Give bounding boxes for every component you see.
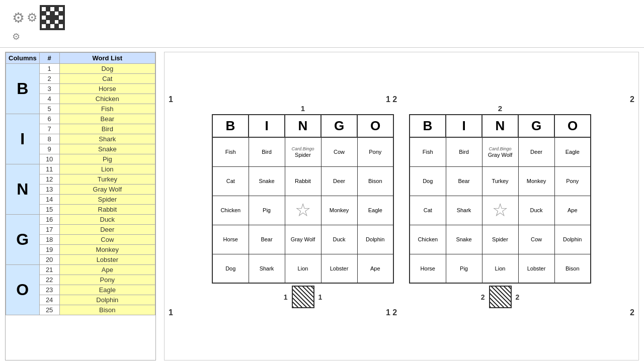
bingo-cell-r4-c0: Dog: [212, 254, 249, 283]
row-num-18: 18: [39, 235, 59, 245]
bingo-cell-r0-c2: Card.BingoSpider: [285, 137, 321, 166]
bingo-header-G: G: [518, 115, 554, 137]
bingo-cell-r1-c1: Bear: [446, 166, 482, 196]
row-word-9: Snake: [59, 144, 155, 154]
bingo-cell-r4-c1: Pig: [446, 254, 482, 283]
row-num-8: 8: [39, 134, 59, 144]
col-label-i: I: [6, 114, 40, 164]
bingo-cell-r0-c4: Eagle: [554, 137, 591, 166]
bingo-header-I: I: [446, 115, 482, 137]
bingo-cell-r3-c4: Dolphin: [357, 225, 393, 254]
bingo-header-G: G: [321, 115, 357, 137]
header: ⚙ ⚙ ⚙: [0, 0, 644, 48]
col-header-wordlist: Word List: [59, 53, 155, 64]
outer-bot-left-1: 1: [169, 308, 173, 317]
card2-top-num: 2: [498, 104, 502, 113]
bingo-cell-r1-c4: Pony: [554, 166, 591, 196]
col-label-o: O: [6, 265, 40, 315]
bingo-cell-r0-c0: Fish: [212, 137, 249, 166]
row-num-16: 16: [39, 215, 59, 225]
bingo-cell-r4-c3: Lobster: [321, 254, 357, 283]
row-word-1: Dog: [59, 64, 155, 74]
row-num-20: 20: [39, 255, 59, 265]
row-num-3: 3: [39, 84, 59, 94]
row-num-2: 2: [39, 74, 59, 84]
bingo-cell-r2-c2: ☆: [482, 196, 518, 225]
bingo-cell-r2-c4: Ape: [554, 196, 591, 225]
outer-bot-right-2: 2: [630, 308, 634, 317]
row-word-13: Gray Wolf: [59, 185, 155, 195]
bingo-header-O: O: [554, 115, 591, 137]
bingo-cell-r0-c1: Bird: [446, 137, 482, 166]
row-num-6: 6: [39, 114, 59, 124]
row-num-17: 17: [39, 225, 59, 235]
row-num-4: 4: [39, 94, 59, 104]
outer-top-right-2: 2: [630, 95, 634, 104]
bingo-cell-r1-c1: Snake: [249, 166, 285, 196]
bingo-cell-r0-c0: Fish: [410, 137, 446, 166]
bingo-cell-r2-c2: ☆: [285, 196, 321, 225]
row-word-14: Spider: [59, 195, 155, 205]
outer-bot-mid: 1 2: [386, 308, 397, 317]
row-num-1: 1: [39, 64, 59, 74]
logo-area: ⚙ ⚙ ⚙: [10, 5, 121, 42]
row-num-12: 12: [39, 174, 59, 185]
row-word-18: Cow: [59, 235, 155, 245]
col-label-b: B: [6, 64, 40, 114]
row-word-2: Cat: [59, 74, 155, 84]
col-header-columns: Columns: [6, 53, 40, 64]
row-num-23: 23: [39, 285, 59, 295]
bingo-cell-r4-c1: Shark: [249, 254, 285, 283]
row-num-7: 7: [39, 124, 59, 134]
row-word-20: Lobster: [59, 255, 155, 265]
bingo-header-I: I: [249, 115, 285, 137]
card1-bottom-num-left: 1: [284, 293, 288, 301]
bingo-cell-r3-c2: Gray Wolf: [285, 225, 321, 254]
row-num-22: 22: [39, 275, 59, 285]
bingo-cell-r3-c0: Chicken: [410, 225, 446, 254]
row-num-10: 10: [39, 154, 59, 164]
bingo-cell-r4-c2: Lion: [285, 254, 321, 283]
bingo-card-1: 1 BINGOFishBirdCard.BingoSpiderCowPonyCa…: [212, 104, 394, 308]
card1-qr: [292, 286, 314, 308]
col-header-num: #: [39, 53, 59, 64]
bingo-card-icon: [40, 5, 65, 30]
row-word-11: Lion: [59, 164, 155, 174]
bingo-cell-r2-c3: Monkey: [321, 196, 357, 225]
card1-bottom: 1 1: [284, 286, 323, 308]
row-num-24: 24: [39, 295, 59, 305]
bingo-header-B: B: [410, 115, 446, 137]
bingo-cell-r1-c0: Dog: [410, 166, 446, 196]
bingo-cell-r2-c1: Shark: [446, 196, 482, 225]
bingo-cell-r1-c2: Rabbit: [285, 166, 321, 196]
bingo-card-2: 2 BINGOFishBirdCard.BingoGray WolfDeerEa…: [409, 104, 591, 308]
bingo-cell-r3-c0: Horse: [212, 225, 249, 254]
logo-text: ⚙ ⚙ ⚙: [10, 5, 65, 42]
row-word-25: Bison: [59, 305, 155, 315]
bingo-cell-r4-c0: Horse: [410, 254, 446, 283]
row-num-21: 21: [39, 265, 59, 275]
bingo-cell-r1-c0: Cat: [212, 166, 249, 196]
bingo-header-O: O: [357, 115, 393, 137]
bingo-cell-r2-c3: Duck: [518, 196, 554, 225]
bingo-header-N: N: [482, 115, 518, 137]
bingo-cell-r3-c2: Spider: [482, 225, 518, 254]
bingo-cell-r1-c3: Deer: [321, 166, 357, 196]
bingo-cell-r0-c3: Cow: [321, 137, 357, 166]
gear-icon-1: ⚙: [12, 10, 25, 26]
row-word-4: Chicken: [59, 94, 155, 104]
bingo-cell-r4-c2: Lion: [482, 254, 518, 283]
row-num-14: 14: [39, 195, 59, 205]
bingo-cell-r0-c4: Pony: [357, 137, 393, 166]
col-label-g: G: [6, 215, 40, 265]
bingo-cell-r1-c2: Turkey: [482, 166, 518, 196]
bingo-card-table-1: BINGOFishBirdCard.BingoSpiderCowPonyCatS…: [212, 114, 394, 284]
bingo-header-N: N: [285, 115, 321, 137]
bingo-cell-r2-c0: Cat: [410, 196, 446, 225]
bingo-cell-r4-c4: Ape: [357, 254, 393, 283]
row-word-6: Bear: [59, 114, 155, 124]
bingo-cell-r3-c4: Dolphin: [554, 225, 591, 254]
card1-top-num: 1: [301, 104, 305, 113]
row-word-3: Horse: [59, 84, 155, 94]
bingo-cell-r4-c3: Lobster: [518, 254, 554, 283]
